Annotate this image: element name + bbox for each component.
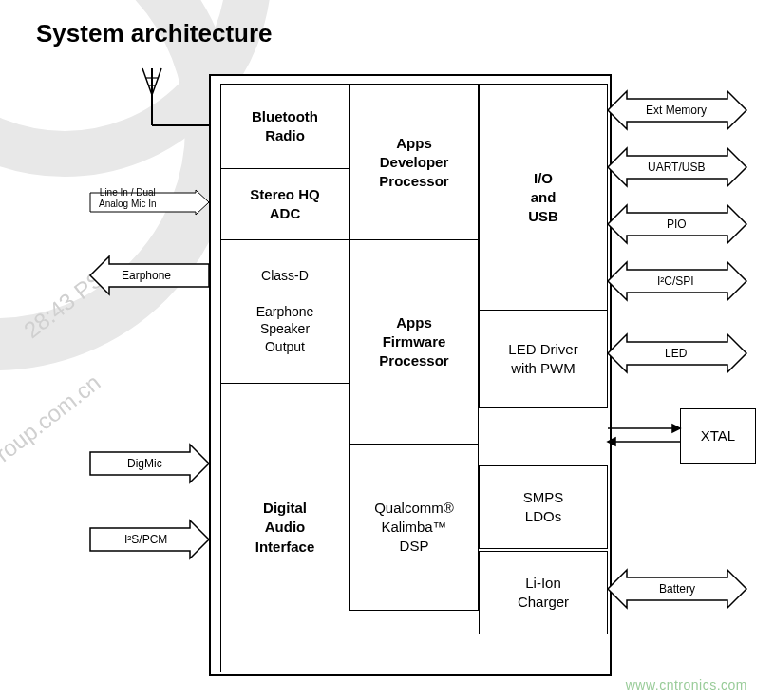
arrow-label: DigMic (127, 458, 162, 471)
credit-text: www.cntronics.com (626, 677, 747, 692)
arrow-label: Earphone (122, 270, 171, 283)
block-apf: AppsFirmwareProcessor (349, 239, 479, 445)
block-dai: DigitalAudioInterface (220, 383, 349, 672)
block-liion: Li-IonCharger (479, 551, 608, 634)
arrow-label: PIO (667, 218, 687, 232)
block-iousb: I/OandUSB (479, 84, 608, 312)
block-bt: BluetoothRadio (220, 84, 349, 169)
arrow-label: UART/USB (648, 161, 705, 175)
arrow-label: I²S/PCM (124, 534, 167, 547)
block-smps: SMPSLDOs (479, 465, 608, 549)
block-adc: Stereo HQADC (220, 168, 349, 240)
page-title: System architecture (36, 19, 273, 48)
antenna-icon (142, 68, 218, 135)
block-apd: AppsDeveloperProcessor (349, 84, 479, 241)
arrow-label: I²C/SPI (657, 275, 694, 289)
svg-marker-16 (672, 425, 680, 432)
svg-line-2 (152, 68, 161, 95)
arrow-label: LED (665, 348, 687, 361)
arrow-label: Line In / DualAnalog Mic In (99, 187, 157, 209)
svg-marker-18 (608, 438, 615, 445)
block-xtal: XTAL (680, 408, 756, 464)
block-ledpwm: LED Driverwith PWM (479, 310, 608, 408)
arrow-label: Battery (659, 583, 695, 596)
arrow-label: Ext Memory (646, 104, 707, 118)
block-dsp: Qualcomm®Kalimba™DSP (349, 444, 479, 611)
block-classd: Class-DEarphoneSpeakerOutput (220, 239, 349, 384)
svg-line-1 (142, 68, 152, 95)
arrow-xtal (608, 423, 680, 449)
